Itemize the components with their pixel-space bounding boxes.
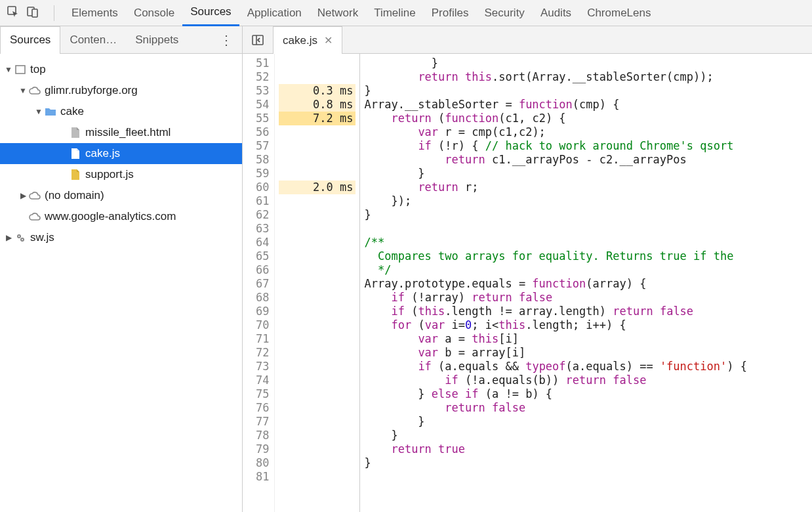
sidebar-tabs: SourcesConten…Snippets ⋮ (0, 26, 242, 54)
tree-item-nodomain[interactable]: ▶(no domain) (0, 185, 242, 206)
tree-item-supportjs[interactable]: support.js (0, 164, 242, 185)
tree-item-label: www.google-analytics.com (45, 210, 176, 223)
svg-rect-3 (16, 66, 25, 74)
sources-sidebar: SourcesConten…Snippets ⋮ ▼top▼glimr.ruby… (0, 26, 243, 512)
close-icon[interactable]: ✕ (324, 34, 333, 47)
chevron-down-icon[interactable]: ▼ (34, 107, 43, 116)
tree-item-glimrrubyforgeorg[interactable]: ▼glimr.rubyforge.org (0, 80, 242, 101)
top-tab-application[interactable]: Application (239, 0, 310, 26)
tree-item-label: missile_fleet.html (85, 126, 171, 139)
source-editor[interactable]: 5152535455565758596061626364656667686970… (243, 54, 812, 512)
toggle-navigator-icon[interactable] (248, 32, 268, 49)
tree-item-label: sw.js (30, 231, 54, 244)
cloud-icon (28, 211, 42, 222)
top-tab-elements[interactable]: Elements (64, 0, 126, 26)
tree-item-swjs[interactable]: ▶sw.js (0, 227, 242, 248)
frame-icon (13, 64, 28, 75)
tree-item-label: (no domain) (45, 189, 104, 202)
inspect-icon[interactable] (7, 5, 20, 20)
svg-point-6 (18, 236, 20, 237)
chevron-right-icon[interactable]: ▶ (4, 233, 13, 242)
editor-tab-label: cake.js (283, 34, 317, 47)
top-tab-network[interactable]: Network (310, 0, 366, 26)
top-tab-audits[interactable]: Audits (533, 0, 579, 26)
top-tab-profiles[interactable]: Profiles (424, 0, 477, 26)
chevron-down-icon[interactable]: ▼ (18, 86, 28, 95)
tree-item-cakejs[interactable]: cake.js (0, 143, 242, 164)
sidebar-tab-conten[interactable]: Conten… (60, 26, 126, 54)
folder-icon (43, 106, 58, 117)
devtools-top-tabs: ElementsConsoleSourcesApplicationNetwork… (0, 0, 812, 26)
svg-point-7 (22, 239, 23, 240)
separator (54, 5, 54, 21)
editor-tab-cakejs[interactable]: cake.js ✕ (273, 26, 342, 54)
tree-item-wwwgoogleanalyticscom[interactable]: www.google-analytics.com (0, 206, 242, 227)
sidebar-tab-snippets[interactable]: Snippets (126, 26, 188, 54)
gear-icon (13, 232, 28, 244)
file-tree: ▼top▼glimr.rubyforge.org▼cakemissile_fle… (0, 54, 242, 253)
tree-item-top[interactable]: ▼top (0, 59, 242, 80)
tree-item-label: glimr.rubyforge.org (45, 84, 138, 97)
editor-tab-bar: cake.js ✕ (243, 26, 812, 54)
code-area[interactable]: } return this.sort(Array.__stableSorter(… (360, 54, 746, 512)
top-tab-sources[interactable]: Sources (182, 0, 239, 26)
file-sel-icon (68, 148, 83, 160)
tree-item-label: cake.js (85, 147, 120, 160)
chevron-down-icon[interactable]: ▼ (4, 65, 13, 74)
file-yellow-icon (68, 169, 83, 181)
timing-gutter: 0.3 ms0.8 ms7.2 ms 2.0 ms (275, 54, 360, 512)
more-options-icon[interactable]: ⋮ (211, 32, 242, 48)
cloud-icon (28, 190, 42, 201)
file-icon (68, 127, 83, 139)
svg-rect-2 (32, 9, 37, 17)
top-tab-console[interactable]: Console (126, 0, 182, 26)
top-tab-security[interactable]: Security (476, 0, 532, 26)
cloud-icon (28, 85, 42, 96)
tree-item-cake[interactable]: ▼cake (0, 101, 242, 122)
tree-item-label: top (30, 63, 46, 76)
tree-item-missilefleethtml[interactable]: missile_fleet.html (0, 122, 242, 143)
line-number-gutter: 5152535455565758596061626364656667686970… (243, 54, 275, 512)
top-tab-timeline[interactable]: Timeline (366, 0, 424, 26)
top-tab-chromelens[interactable]: ChromeLens (579, 0, 659, 26)
tree-item-label: cake (60, 105, 84, 118)
chevron-right-icon[interactable]: ▶ (18, 191, 28, 200)
sidebar-tab-sources[interactable]: Sources (0, 26, 60, 54)
editor-pane: cake.js ✕ 515253545556575859606162636465… (243, 26, 812, 512)
device-toggle-icon[interactable] (26, 5, 39, 20)
tree-item-label: support.js (85, 168, 134, 181)
